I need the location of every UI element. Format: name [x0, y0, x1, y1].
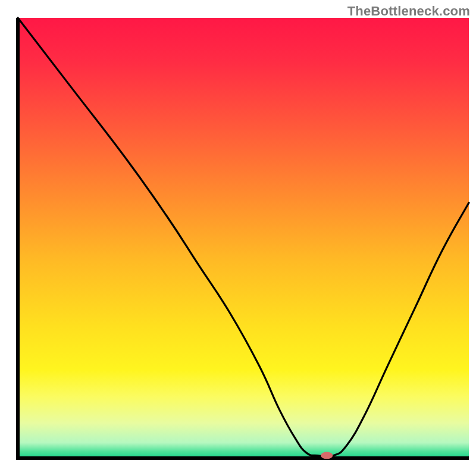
- chart-svg: [0, 0, 476, 476]
- chart-frame: TheBottleneck.com: [0, 0, 476, 476]
- watermark-text: TheBottleneck.com: [347, 4, 470, 19]
- plot-background: [18, 18, 469, 458]
- selected-point-marker: [321, 452, 333, 459]
